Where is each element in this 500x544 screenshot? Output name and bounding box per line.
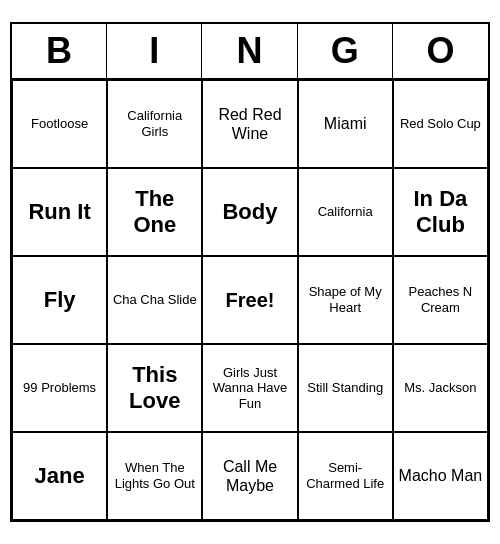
header-letter: I	[107, 24, 202, 78]
bingo-cell: This Love	[107, 344, 202, 432]
bingo-cell: The One	[107, 168, 202, 256]
header-letter: O	[393, 24, 488, 78]
bingo-card: BINGO FootlooseCalifornia GirlsRed Red W…	[10, 22, 490, 522]
bingo-cell: Still Standing	[298, 344, 393, 432]
bingo-cell: Macho Man	[393, 432, 488, 520]
bingo-cell: California	[298, 168, 393, 256]
bingo-cell: Girls Just Wanna Have Fun	[202, 344, 297, 432]
bingo-grid: FootlooseCalifornia GirlsRed Red WineMia…	[12, 80, 488, 520]
bingo-cell: Red Solo Cup	[393, 80, 488, 168]
bingo-cell: Ms. Jackson	[393, 344, 488, 432]
bingo-cell: Free!	[202, 256, 297, 344]
bingo-cell: Jane	[12, 432, 107, 520]
bingo-cell: Run It	[12, 168, 107, 256]
bingo-cell: In Da Club	[393, 168, 488, 256]
bingo-header: BINGO	[12, 24, 488, 80]
bingo-cell: Semi-Charmed Life	[298, 432, 393, 520]
bingo-cell: Cha Cha Slide	[107, 256, 202, 344]
bingo-cell: Peaches N Cream	[393, 256, 488, 344]
bingo-cell: Red Red Wine	[202, 80, 297, 168]
bingo-cell: Shape of My Heart	[298, 256, 393, 344]
bingo-cell: When The Lights Go Out	[107, 432, 202, 520]
header-letter: B	[12, 24, 107, 78]
bingo-cell: 99 Problems	[12, 344, 107, 432]
bingo-cell: Fly	[12, 256, 107, 344]
header-letter: N	[202, 24, 297, 78]
bingo-cell: California Girls	[107, 80, 202, 168]
bingo-cell: Footloose	[12, 80, 107, 168]
bingo-cell: Body	[202, 168, 297, 256]
bingo-cell: Call Me Maybe	[202, 432, 297, 520]
header-letter: G	[298, 24, 393, 78]
bingo-cell: Miami	[298, 80, 393, 168]
